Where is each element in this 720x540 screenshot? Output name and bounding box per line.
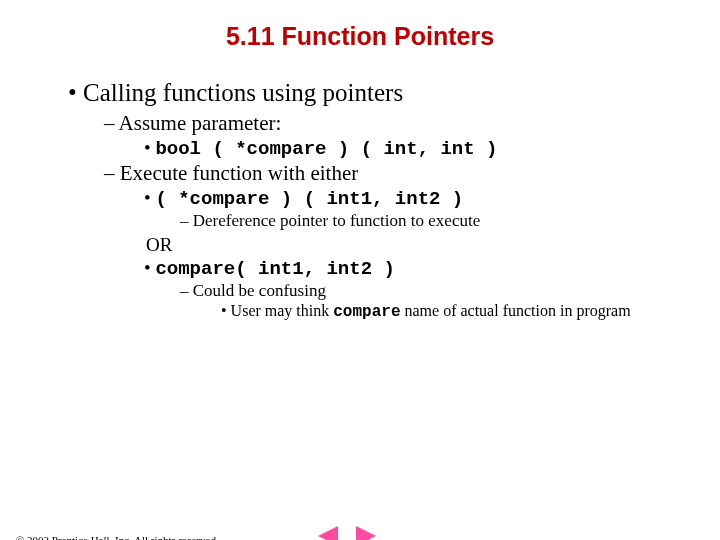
bullet-level3-code: ( *compare ) ( int1, int2 ) — [158, 187, 680, 210]
next-button[interactable] — [352, 526, 376, 540]
bullet-level4: Dereference pointer to function to execu… — [196, 211, 680, 231]
bullet-level3-code: bool ( *compare ) ( int, int ) — [158, 137, 680, 160]
arrow-right-icon — [356, 526, 376, 540]
text-pre: User may think — [231, 302, 334, 319]
code-text: compare( int1, int2 ) — [155, 258, 394, 280]
bullet-level4: Could be confusing — [196, 281, 680, 301]
arrow-left-icon — [318, 526, 338, 540]
bullet-level2: Assume parameter: — [122, 111, 680, 136]
bullet-level1: Calling functions using pointers — [86, 79, 680, 107]
code-text: ( *compare ) ( int1, int2 ) — [155, 188, 463, 210]
nav-controls — [318, 526, 376, 540]
or-line: OR — [146, 234, 680, 256]
bullet-level2: Execute function with either — [122, 161, 680, 186]
code-inline: compare — [333, 303, 400, 321]
bullet-level3-code: compare( int1, int2 ) — [158, 257, 680, 280]
copyright-footer: © 2003 Prentice Hall, Inc. All rights re… — [16, 534, 219, 540]
prev-button[interactable] — [318, 526, 342, 540]
text-post: name of actual function in program — [400, 302, 630, 319]
bullet-level5: User may think compare name of actual fu… — [235, 302, 680, 321]
slide: 5.11 Function Pointers Calling functions… — [0, 22, 720, 540]
code-text: bool ( *compare ) ( int, int ) — [155, 138, 497, 160]
slide-body: Calling functions using pointers Assume … — [0, 79, 720, 321]
slide-title: 5.11 Function Pointers — [0, 22, 720, 51]
